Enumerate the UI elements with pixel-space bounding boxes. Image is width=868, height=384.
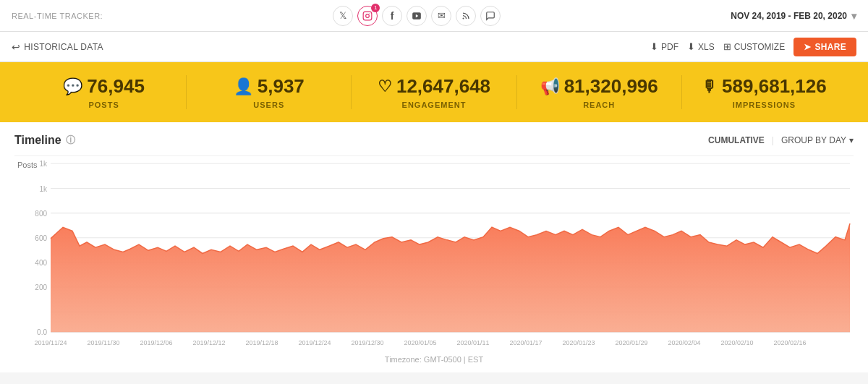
svg-text:200: 200 xyxy=(35,283,47,291)
svg-text:800: 800 xyxy=(35,210,47,218)
date-range-text: NOV 24, 2019 - FEB 20, 2020 xyxy=(731,11,847,21)
stat-number: 12,647,648 xyxy=(396,75,490,98)
customize-button[interactable]: ⊞ CUSTOMIZE xyxy=(723,41,785,52)
rss-icon[interactable] xyxy=(456,6,476,26)
stat-icon: ♡ xyxy=(378,77,392,96)
stat-number: 76,945 xyxy=(87,75,145,98)
chart-header: Timeline ⓘ CUMULATIVE | GROUP BY DAY ▾ xyxy=(14,134,854,147)
svg-text:2020/01/29: 2020/01/29 xyxy=(616,339,648,346)
chart-title-text: Timeline xyxy=(14,134,61,147)
svg-text:2020/02/10: 2020/02/10 xyxy=(721,339,754,346)
stat-label: REACH xyxy=(583,101,615,109)
instagram-icon[interactable]: 1 xyxy=(357,6,378,26)
svg-point-2 xyxy=(370,13,370,14)
history-icon: ↩ xyxy=(12,41,20,53)
svg-text:0.0: 0.0 xyxy=(37,328,47,336)
toolbar: ↩ HISTORICAL DATA ⬇ PDF ⬇ XLS ⊞ CUSTOMIZ… xyxy=(0,32,868,62)
svg-text:2019/11/24: 2019/11/24 xyxy=(35,339,67,346)
chart-title: Timeline ⓘ xyxy=(14,134,75,147)
svg-text:2020/02/16: 2020/02/16 xyxy=(774,339,807,346)
download-pdf-icon: ⬇ xyxy=(650,41,658,52)
customize-icon: ⊞ xyxy=(723,41,731,52)
stats-bar: 💬 76,945 POSTS 👤 5,937 USERS ♡ 12,647,64… xyxy=(0,62,868,122)
facebook-icon[interactable]: f xyxy=(382,6,402,26)
share-button[interactable]: ➤ SHARE xyxy=(793,38,856,56)
cumulative-toggle[interactable]: CUMULATIVE xyxy=(708,135,765,145)
svg-point-5 xyxy=(463,17,464,19)
stat-item-reach: 📢 81,320,996 REACH xyxy=(517,75,682,109)
svg-rect-0 xyxy=(363,12,372,20)
stat-label: ENGAGEMENT xyxy=(402,101,467,109)
stat-value: 👤 5,937 xyxy=(234,75,305,98)
download-xls-icon: ⬇ xyxy=(687,41,695,52)
svg-text:2019/12/18: 2019/12/18 xyxy=(246,339,278,346)
chart-y-axis-label: Posts xyxy=(17,161,38,169)
instagram-badge: 1 xyxy=(371,4,380,12)
svg-text:2020/01/11: 2020/01/11 xyxy=(457,339,490,346)
pdf-button[interactable]: ⬇ PDF xyxy=(650,41,678,52)
date-range[interactable]: NOV 24, 2019 - FEB 20, 2020 ▾ xyxy=(731,10,856,22)
svg-text:2020/01/05: 2020/01/05 xyxy=(404,339,437,346)
xls-label: XLS xyxy=(698,42,715,52)
svg-point-1 xyxy=(366,14,370,17)
stat-number: 5,937 xyxy=(258,75,305,98)
stat-icon: 💬 xyxy=(63,77,82,96)
stat-label: USERS xyxy=(253,101,284,109)
stat-value: 🎙 589,681,126 xyxy=(702,75,827,98)
stat-number: 81,320,996 xyxy=(564,75,658,98)
svg-text:400: 400 xyxy=(35,259,47,267)
group-by-label: GROUP BY DAY xyxy=(781,135,846,145)
chart-controls: CUMULATIVE | GROUP BY DAY ▾ xyxy=(708,135,854,145)
timeline-chart: 1k 1k 800 600 400 200 0.0 2019/11/24 201… xyxy=(14,156,854,351)
stat-label: POSTS xyxy=(88,101,119,109)
email-icon[interactable]: ✉ xyxy=(431,6,451,26)
stat-item-users: 👤 5,937 USERS xyxy=(187,75,352,109)
chat-icon[interactable] xyxy=(480,6,501,26)
svg-text:1k: 1k xyxy=(39,160,47,168)
twitter-icon[interactable]: 𝕏 xyxy=(333,6,353,26)
info-icon[interactable]: ⓘ xyxy=(66,134,75,147)
svg-text:2020/01/23: 2020/01/23 xyxy=(563,339,595,346)
svg-text:2020/02/04: 2020/02/04 xyxy=(668,339,701,346)
xls-button[interactable]: ⬇ XLS xyxy=(687,41,715,52)
toolbar-actions: ⬇ PDF ⬇ XLS ⊞ CUSTOMIZE ➤ SHARE xyxy=(650,38,856,56)
date-chevron-icon: ▾ xyxy=(851,10,856,22)
real-time-label: REAL-TIME TRACKER: xyxy=(12,12,103,20)
customize-label: CUSTOMIZE xyxy=(734,42,785,52)
stat-label: IMPRESSIONS xyxy=(733,101,796,109)
svg-text:2019/12/12: 2019/12/12 xyxy=(193,339,226,346)
group-by-chevron-icon: ▾ xyxy=(849,135,854,145)
stat-value: 💬 76,945 xyxy=(63,75,145,98)
stat-number: 589,681,126 xyxy=(722,75,827,98)
historical-data-button[interactable]: ↩ HISTORICAL DATA xyxy=(12,41,103,53)
svg-text:1k: 1k xyxy=(39,184,47,192)
group-by-dropdown[interactable]: GROUP BY DAY ▾ xyxy=(781,135,854,145)
timezone-label: Timezone: GMT-0500 | EST xyxy=(14,351,854,365)
chart-section: Timeline ⓘ CUMULATIVE | GROUP BY DAY ▾ P… xyxy=(0,122,868,372)
share-icon: ➤ xyxy=(804,42,811,52)
pdf-label: PDF xyxy=(661,42,678,52)
top-bar: REAL-TIME TRACKER: 𝕏 1 f ✉ NOV 24, 2019 … xyxy=(0,0,868,32)
social-icons-container: 𝕏 1 f ✉ xyxy=(333,6,501,26)
stat-item-impressions: 🎙 589,681,126 IMPRESSIONS xyxy=(682,75,846,109)
svg-text:2019/12/24: 2019/12/24 xyxy=(299,339,331,346)
svg-text:2019/11/30: 2019/11/30 xyxy=(88,339,120,346)
stat-icon: 📢 xyxy=(540,77,560,96)
svg-text:2019/12/30: 2019/12/30 xyxy=(352,339,384,346)
stat-icon: 👤 xyxy=(234,77,253,96)
svg-text:2020/01/17: 2020/01/17 xyxy=(510,339,542,346)
controls-separator: | xyxy=(772,135,774,145)
stat-item-engagement: ♡ 12,647,648 ENGAGEMENT xyxy=(352,75,516,109)
stat-icon: 🎙 xyxy=(702,77,718,96)
youtube-icon[interactable] xyxy=(407,6,427,26)
stat-value: 📢 81,320,996 xyxy=(540,75,658,98)
share-label: SHARE xyxy=(814,42,846,52)
svg-text:600: 600 xyxy=(35,234,47,242)
historical-label: HISTORICAL DATA xyxy=(24,42,103,52)
stat-value: ♡ 12,647,648 xyxy=(378,75,490,98)
svg-text:2019/12/06: 2019/12/06 xyxy=(140,339,173,346)
chart-container: Posts 1k 1k 800 600 400 200 0.0 xyxy=(14,155,854,351)
stat-item-posts: 💬 76,945 POSTS xyxy=(22,75,187,109)
